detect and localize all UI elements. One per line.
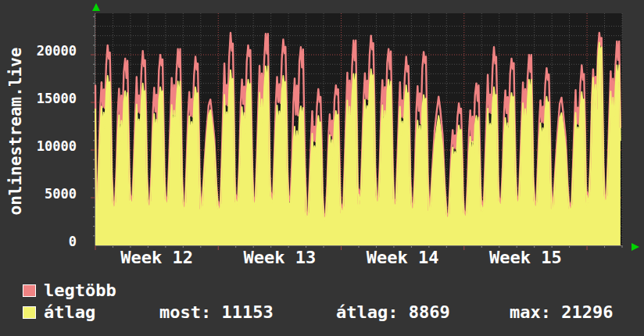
y-axis-label: 0 [20, 235, 77, 248]
y-axis-label: 10000 [20, 140, 77, 153]
x-axis-label: Week 12 [102, 249, 212, 266]
rrd-graph-page: { "title": "onlinestream.live", "legend"… [0, 0, 644, 336]
y-axis-label: 5000 [20, 188, 77, 201]
stat-max: max: 21296 [510, 303, 613, 322]
legend-swatch-atlag [23, 306, 36, 319]
time-series-chart [88, 13, 644, 253]
stat-atlag: átlag: 8869 [336, 303, 450, 322]
x-axis-label: Week 13 [225, 249, 335, 266]
legend-label-atlag: átlag [44, 303, 95, 322]
y-axis-label: 15000 [20, 92, 77, 105]
y-axis-label: 20000 [20, 45, 77, 58]
x-axis-label: Week 14 [348, 249, 457, 266]
x-axis-label: Week 15 [470, 249, 580, 266]
stat-most: most: 11153 [159, 303, 274, 322]
legend-swatch-legtobb [23, 284, 36, 297]
y-axis-arrow-icon [92, 3, 100, 11]
legend-label-legtobb: legtöbb [44, 281, 116, 300]
